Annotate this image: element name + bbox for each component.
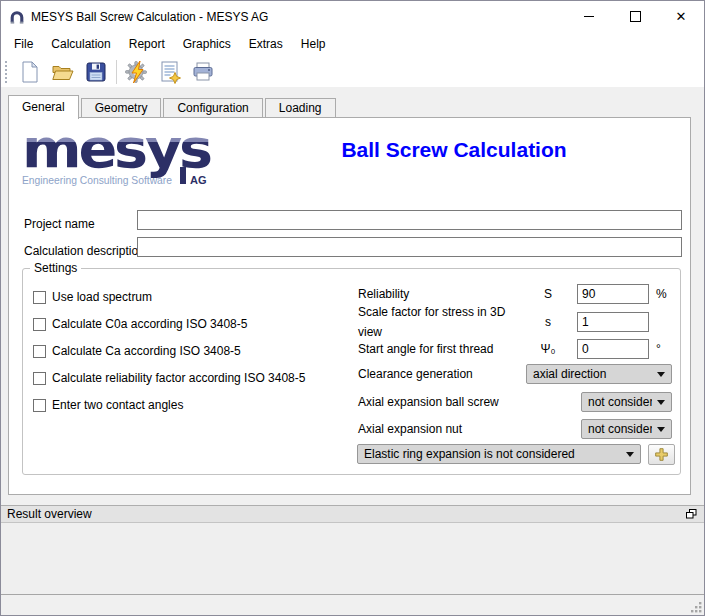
two-contact-angles-checkbox[interactable] <box>33 399 46 412</box>
reliability-symbol: S <box>526 284 570 304</box>
new-document-icon <box>18 60 42 84</box>
open-file-button[interactable] <box>49 58 76 85</box>
axial-expansion-ball-screw-select[interactable]: not considered <box>581 392 672 412</box>
menu-extras[interactable]: Extras <box>240 34 292 54</box>
start-angle-symbol: Ψ₀ <box>526 339 570 359</box>
result-overview-header: Result overview <box>1 505 704 523</box>
window-title: MESYS Ball Screw Calculation - MESYS AG <box>31 10 566 24</box>
toolbar-drag-handle[interactable] <box>5 61 11 83</box>
tool-bar <box>1 56 704 87</box>
tab-loading[interactable]: Loading <box>265 98 336 118</box>
checkbox-row-two-contact-angles[interactable]: Enter two contact angles <box>33 398 305 412</box>
resize-grip[interactable] <box>690 601 702 613</box>
tab-configuration[interactable]: Configuration <box>163 98 262 118</box>
clearance-generation-label: Clearance generation <box>358 364 473 384</box>
chevron-down-icon <box>657 400 665 405</box>
maximize-icon <box>630 11 641 22</box>
checkbox-row-calculate-ca[interactable]: Calculate Ca according ISO 3408-5 <box>33 344 305 358</box>
axial-expansion-nut-select[interactable]: not considered <box>581 419 672 439</box>
checkbox-row-calculate-c0a[interactable]: Calculate C0a according ISO 3408-5 <box>33 317 305 331</box>
float-window-icon <box>686 509 697 519</box>
reliability-unit: % <box>656 284 667 304</box>
settings-checkbox-column: Use load spectrum Calculate C0a accordin… <box>33 290 305 412</box>
checkbox-label: Calculate reliability factor according I… <box>52 371 305 385</box>
checkbox-row-use-load-spectrum[interactable]: Use load spectrum <box>33 290 305 304</box>
calculate-lightning-gear-icon <box>125 60 149 84</box>
menu-bar: File Calculation Report Graphics Extras … <box>1 32 704 56</box>
menu-report[interactable]: Report <box>120 34 174 54</box>
checkbox-label: Enter two contact angles <box>52 398 183 412</box>
axial-expansion-ball-screw-label: Axial expansion ball screw <box>358 392 499 412</box>
save-file-button[interactable] <box>82 58 109 85</box>
page-title: Ball Screw Calculation <box>289 138 619 162</box>
plus-icon <box>654 447 669 462</box>
toolbar-separator <box>116 60 117 84</box>
start-angle-unit: ° <box>656 339 661 359</box>
settings-groupbox: Settings Use load spectrum Calculate C0a… <box>22 268 681 475</box>
chevron-down-icon <box>626 452 634 457</box>
stress-scale-symbol: s <box>526 312 570 332</box>
tab-geometry[interactable]: Geometry <box>81 98 162 118</box>
project-name-label: Project name <box>24 214 95 234</box>
report-options-button[interactable] <box>156 58 183 85</box>
print-button[interactable] <box>189 58 216 85</box>
tab-bar: General Geometry Configuration Loading <box>8 94 338 118</box>
maximize-button[interactable] <box>612 1 658 32</box>
dock-float-button[interactable] <box>684 508 698 520</box>
stress-scale-label: Scale factor for stress in 3D view <box>358 302 526 342</box>
menu-help[interactable]: Help <box>292 34 335 54</box>
result-overview-title: Result overview <box>7 507 684 521</box>
start-angle-input[interactable] <box>577 339 649 359</box>
logo-tagline: Engineering Consulting Software <box>22 175 172 186</box>
menu-calculation[interactable]: Calculation <box>42 34 119 54</box>
general-tab-pane: mesys Engineering Consulting Software AG… <box>8 117 691 495</box>
title-bar[interactable]: MESYS Ball Screw Calculation - MESYS AG … <box>1 1 704 32</box>
mesys-logo: mesys Engineering Consulting Software AG <box>22 124 230 190</box>
checkbox-label: Calculate C0a according ISO 3408-5 <box>52 317 247 331</box>
report-document-icon <box>158 60 182 84</box>
checkbox-label: Use load spectrum <box>52 290 152 304</box>
printer-icon <box>191 60 215 84</box>
reliability-input[interactable] <box>577 284 649 304</box>
save-floppy-icon <box>84 60 108 84</box>
minimize-button[interactable] <box>566 1 612 32</box>
add-elastic-ring-button[interactable] <box>648 444 675 465</box>
minimize-icon <box>584 16 594 17</box>
logo-suffix: AG <box>190 174 207 186</box>
reliability-label: Reliability <box>358 284 526 304</box>
use-load-spectrum-checkbox[interactable] <box>33 291 46 304</box>
project-name-input[interactable] <box>137 210 682 230</box>
close-icon: ✕ <box>676 10 687 23</box>
settings-legend: Settings <box>30 261 81 275</box>
checkbox-row-reliability-factor[interactable]: Calculate reliability factor according I… <box>33 371 305 385</box>
run-calculation-button[interactable] <box>123 58 150 85</box>
result-overview-panel <box>1 523 704 594</box>
menu-file[interactable]: File <box>5 34 42 54</box>
main-area: General Geometry Configuration Loading m… <box>1 87 704 505</box>
chevron-down-icon <box>657 427 665 432</box>
clearance-generation-select[interactable]: axial direction <box>526 364 672 384</box>
status-bar <box>1 594 704 615</box>
tab-general[interactable]: General <box>8 95 79 119</box>
reliability-factor-checkbox[interactable] <box>33 372 46 385</box>
calculate-ca-checkbox[interactable] <box>33 345 46 358</box>
calculate-c0a-checkbox[interactable] <box>33 318 46 331</box>
calculation-description-label: Calculation description <box>24 241 145 261</box>
new-document-button[interactable] <box>16 58 43 85</box>
reliability-row: Reliability S % <box>358 284 667 304</box>
close-button[interactable]: ✕ <box>658 1 704 32</box>
stress-scale-input[interactable] <box>577 312 649 332</box>
app-window: MESYS Ball Screw Calculation - MESYS AG … <box>0 0 705 616</box>
open-folder-icon <box>51 60 75 84</box>
app-logo-icon <box>9 9 25 25</box>
stress-scale-row: Scale factor for stress in 3D view s <box>358 312 656 332</box>
chevron-down-icon <box>657 372 665 377</box>
axial-expansion-nut-label: Axial expansion nut <box>358 419 462 439</box>
elastic-ring-expansion-select[interactable]: Elastic ring expansion is not considered <box>357 444 641 464</box>
calculation-description-input[interactable] <box>137 237 682 257</box>
start-angle-row: Start angle for first thread Ψ₀ ° <box>358 339 661 359</box>
checkbox-label: Calculate Ca according ISO 3408-5 <box>52 344 241 358</box>
menu-graphics[interactable]: Graphics <box>174 34 240 54</box>
start-angle-label: Start angle for first thread <box>358 339 526 359</box>
